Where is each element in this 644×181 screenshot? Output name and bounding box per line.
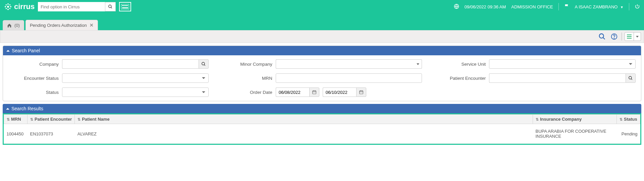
toolbar-search-button[interactable] — [597, 32, 607, 41]
col-insurance-company-header[interactable]: ⇅Insurance Company — [533, 115, 617, 124]
encounter-status-label: Encounter Status — [8, 76, 62, 81]
top-datetime: 09/06/2022 09:36 AM — [465, 4, 506, 9]
cell-patient-name: ALVAREZ — [75, 124, 533, 144]
sort-icon: ⇅ — [536, 117, 539, 121]
page-toolbar — [0, 30, 644, 43]
encounter-status-select[interactable] — [62, 73, 209, 83]
col-patient-encounter-header[interactable]: ⇅Patient Encounter — [28, 115, 75, 124]
sort-icon: ⇅ — [7, 117, 10, 121]
results-table: ⇅MRN ⇅Patient Encounter ⇅Patient Name ⇅I… — [4, 114, 640, 144]
svg-line-20 — [603, 38, 605, 40]
tab-bar: (0) Pending Orders Authorization ✕ — [0, 13, 644, 30]
svg-rect-11 — [121, 4, 129, 9]
minor-company-input[interactable] — [276, 59, 414, 69]
tab-home-count: (0) — [14, 23, 20, 28]
collapse-icon — [6, 50, 10, 52]
service-unit-select[interactable] — [489, 59, 636, 69]
svg-point-19 — [599, 34, 604, 38]
svg-rect-17 — [122, 7, 128, 8]
search-icon — [598, 33, 606, 40]
calendar-icon — [359, 90, 364, 95]
global-search-input[interactable] — [38, 2, 105, 11]
home-icon — [7, 23, 12, 28]
order-date-to-input[interactable] — [323, 87, 356, 97]
flag-icon[interactable] — [564, 4, 570, 10]
patient-encounter-lookup-button[interactable] — [626, 73, 636, 83]
results-panel-header[interactable]: Search Results — [3, 104, 641, 113]
cell-status: Pending — [617, 124, 640, 144]
col-patient-name-header[interactable]: ⇅Patient Name — [75, 115, 533, 124]
company-lookup-button[interactable] — [199, 59, 209, 69]
svg-point-8 — [9, 8, 11, 9]
svg-line-24 — [204, 65, 205, 66]
mrn-label: MRN — [222, 76, 276, 81]
svg-rect-31 — [359, 91, 363, 94]
minor-company-label: Minor Company — [222, 62, 276, 67]
svg-point-25 — [629, 76, 632, 79]
company-input[interactable] — [62, 59, 199, 69]
cell-patient-encounter: EN1037073 — [28, 124, 75, 144]
svg-line-26 — [631, 79, 632, 80]
caret-down-icon: ▼ — [620, 5, 624, 9]
search-icon — [201, 62, 206, 66]
search-panel: Search Panel Company Minor Company — [3, 46, 641, 101]
sort-icon: ⇅ — [620, 117, 623, 121]
status-select[interactable] — [62, 87, 209, 97]
results-highlight: ⇅MRN ⇅Patient Encounter ⇅Patient Name ⇅I… — [3, 113, 641, 145]
separator — [629, 3, 629, 10]
power-icon[interactable] — [635, 4, 640, 10]
svg-point-9 — [109, 5, 111, 8]
svg-point-6 — [9, 4, 11, 6]
mrn-input[interactable] — [276, 73, 422, 83]
order-date-to-calendar-button[interactable] — [356, 87, 366, 97]
toolbar-help-button[interactable] — [609, 32, 619, 41]
search-panel-title: Search Panel — [12, 48, 40, 53]
svg-rect-12 — [122, 5, 123, 6]
global-search — [38, 2, 116, 11]
cell-insurance-company: BUPA ARABIA FOR COOPERATIVE INSURANCE — [533, 124, 617, 144]
col-mrn-header[interactable]: ⇅MRN — [4, 115, 28, 124]
global-search-button[interactable] — [105, 2, 116, 11]
patient-encounter-input[interactable] — [489, 73, 626, 83]
minor-company-dropdown[interactable] — [414, 59, 422, 69]
caret-down-icon — [417, 63, 419, 65]
svg-point-5 — [6, 4, 7, 6]
list-view-dropdown[interactable] — [634, 33, 641, 41]
patient-encounter-label: Patient Encounter — [435, 76, 489, 81]
caret-down-icon — [636, 36, 639, 38]
brand-logo: cirrus — [4, 2, 35, 11]
toolbar-divider — [622, 33, 622, 41]
tab-close-button[interactable]: ✕ — [90, 22, 94, 28]
order-date-label: Order Date — [222, 90, 276, 95]
results-panel: Search Results ⇅MRN ⇅Patient Encounter ⇅… — [3, 104, 641, 145]
sort-icon: ⇅ — [30, 117, 33, 121]
company-label: Company — [8, 62, 62, 67]
svg-point-3 — [5, 6, 6, 7]
tab-pending-orders[interactable]: Pending Orders Authorization ✕ — [25, 20, 98, 30]
svg-point-2 — [7, 9, 9, 10]
help-icon — [611, 33, 618, 40]
col-status-header[interactable]: ⇅Status — [617, 115, 640, 124]
top-user: A ISAAC ZAMBRANO — [575, 4, 618, 9]
cell-mrn: 1004450 — [4, 124, 28, 144]
results-panel-title: Search Results — [11, 106, 43, 111]
top-location: ADMISSION OFFICE — [511, 4, 553, 9]
svg-line-10 — [111, 7, 112, 8]
keyboard-button[interactable] — [119, 2, 131, 11]
keyboard-icon — [121, 4, 129, 9]
list-view-button[interactable] — [625, 33, 634, 41]
search-panel-header[interactable]: Search Panel — [3, 46, 641, 55]
svg-rect-27 — [312, 91, 316, 94]
svg-rect-16 — [127, 5, 128, 6]
svg-rect-14 — [125, 5, 126, 6]
tab-label: Pending Orders Authorization — [30, 23, 87, 28]
order-date-from-input[interactable] — [276, 87, 309, 97]
globe-icon[interactable] — [454, 4, 459, 10]
search-panel-body: Company Minor Company Servic — [3, 55, 641, 101]
table-row[interactable]: 1004450 EN1037073 ALVAREZ BUPA ARABIA FO… — [4, 124, 640, 144]
toolbar-list-button — [625, 32, 641, 41]
top-bar: cirrus 09/06/2022 09:36 AM ADMISSION OFF… — [0, 0, 644, 13]
user-menu[interactable]: A ISAAC ZAMBRANO ▼ — [575, 4, 624, 9]
order-date-from-calendar-button[interactable] — [309, 87, 319, 97]
tab-home[interactable]: (0) — [3, 20, 24, 30]
